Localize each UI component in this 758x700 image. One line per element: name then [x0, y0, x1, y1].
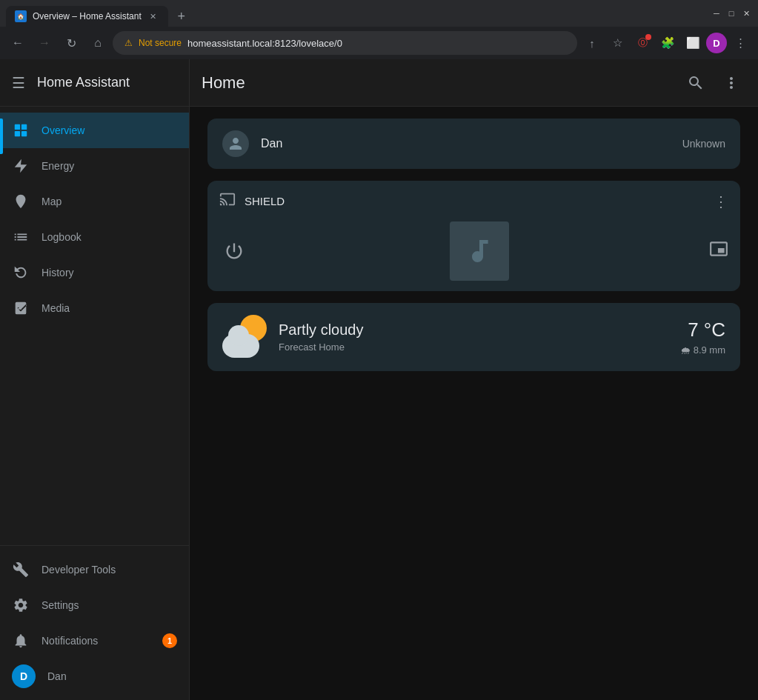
- svg-marker-4: [15, 159, 27, 173]
- sidebar-item-user[interactable]: D Dan: [0, 659, 189, 694]
- menu-icon[interactable]: ⋮: [728, 31, 752, 55]
- media-nav-icon: [12, 299, 30, 317]
- window-controls: ─ □ ✕: [711, 7, 752, 19]
- extension-icon[interactable]: ⓪: [631, 31, 654, 55]
- url-text: homeassistant.local:8123/lovelace/0: [187, 38, 342, 49]
- media-card: SHIELD ⋮: [207, 181, 740, 291]
- profile-avatar[interactable]: D: [706, 33, 727, 53]
- settings-label: Settings: [41, 599, 79, 611]
- sidebar: ☰ Home Assistant Overview Energy: [0, 59, 190, 700]
- address-input[interactable]: ⚠ Not secure homeassistant.local:8123/lo…: [113, 31, 577, 55]
- sidebar-item-energy[interactable]: Energy: [0, 148, 189, 184]
- app-container: ☰ Home Assistant Overview Energy: [0, 59, 758, 700]
- active-indicator: [0, 119, 3, 154]
- refresh-button[interactable]: ↻: [59, 31, 83, 55]
- not-secure-label: Not secure: [139, 38, 182, 48]
- user-avatar: D: [12, 664, 36, 688]
- home-button[interactable]: ⌂: [86, 31, 110, 55]
- sidebar-item-map[interactable]: Map: [0, 184, 189, 219]
- weather-right: 7 °C 🌧 8.9 mm: [680, 319, 725, 356]
- overview-icon: [12, 121, 30, 139]
- header-actions: [681, 68, 746, 98]
- logbook-label: Logbook: [41, 231, 82, 243]
- tab-bar: 🏠 Overview – Home Assistant ✕ +: [6, 0, 708, 27]
- tab-title: Overview – Home Assistant: [33, 11, 142, 21]
- main-header: Home: [190, 59, 758, 107]
- minimize-button[interactable]: ─: [711, 7, 722, 19]
- media-body: [207, 219, 740, 291]
- sidebar-header: ☰ Home Assistant: [0, 59, 189, 107]
- main-content: Home Dan Unknown: [190, 59, 758, 700]
- maximize-button[interactable]: □: [725, 7, 737, 19]
- bookmark-icon[interactable]: ☆: [605, 31, 629, 55]
- media-thumbnail: [450, 221, 509, 281]
- tab-favicon: 🏠: [15, 10, 27, 22]
- tab-close-button[interactable]: ✕: [147, 10, 159, 22]
- settings-icon: [12, 596, 30, 614]
- sidebar-item-developer-tools[interactable]: Developer Tools: [0, 552, 189, 587]
- precip-value: 8.9 mm: [694, 344, 725, 356]
- sidebar-item-logbook[interactable]: Logbook: [0, 219, 189, 255]
- energy-icon: [12, 157, 30, 175]
- sidebar-nav: Overview Energy Map Logboo: [0, 107, 189, 545]
- energy-label: Energy: [41, 160, 74, 172]
- hamburger-menu[interactable]: ☰: [12, 74, 25, 92]
- media-device-name: SHIELD: [245, 195, 705, 207]
- page-title: Home: [202, 73, 245, 93]
- more-options-button[interactable]: [717, 68, 746, 98]
- person-avatar: [222, 130, 249, 157]
- map-icon: [12, 193, 30, 210]
- history-icon: [12, 264, 30, 281]
- notifications-icon: [12, 632, 30, 650]
- weather-card[interactable]: Partly cloudy Forecast Home 7 °C 🌧 8.9 m…: [207, 303, 740, 371]
- media-header: SHIELD ⋮: [207, 181, 740, 219]
- notifications-label: Notifications: [41, 635, 98, 647]
- browser-chrome: 🏠 Overview – Home Assistant ✕ + ─ □ ✕ ← …: [0, 0, 758, 59]
- media-controls: [219, 236, 249, 266]
- lock-icon: ⚠: [124, 38, 133, 48]
- share-icon[interactable]: ↑: [580, 31, 604, 55]
- person-status: Unknown: [682, 138, 725, 150]
- weather-precipitation: 🌧 8.9 mm: [680, 344, 725, 356]
- weather-info: Partly cloudy Forecast Home: [279, 321, 668, 353]
- svg-rect-3: [21, 131, 27, 136]
- cloud-icon: [222, 334, 259, 358]
- weather-icon: [222, 315, 267, 359]
- sidebar-item-media[interactable]: Media: [0, 290, 189, 326]
- developer-tools-label: Developer Tools: [41, 564, 116, 576]
- new-tab-button[interactable]: +: [171, 6, 192, 27]
- sidebar-item-overview[interactable]: Overview: [0, 113, 189, 148]
- forward-button[interactable]: →: [33, 31, 56, 55]
- close-button[interactable]: ✕: [740, 7, 752, 19]
- split-icon[interactable]: ⬜: [681, 31, 705, 55]
- rain-icon: 🌧: [680, 344, 691, 356]
- toolbar-icons: ↑ ☆ ⓪ 🧩 ⬜ D ⋮: [580, 31, 752, 55]
- extensions-icon[interactable]: 🧩: [656, 31, 679, 55]
- sidebar-item-settings[interactable]: Settings: [0, 587, 189, 623]
- svg-rect-2: [15, 131, 20, 136]
- cast-icon: [219, 191, 236, 211]
- weather-condition: Partly cloudy: [279, 321, 668, 339]
- pip-button[interactable]: [709, 239, 728, 263]
- notifications-badge: 1: [162, 633, 177, 648]
- person-name: Dan: [261, 137, 671, 150]
- person-card[interactable]: Dan Unknown: [207, 119, 740, 169]
- developer-tools-icon: [12, 561, 30, 579]
- active-tab[interactable]: 🏠 Overview – Home Assistant ✕: [6, 6, 168, 27]
- search-button[interactable]: [681, 68, 711, 98]
- map-label: Map: [41, 196, 61, 207]
- media-label: Media: [41, 302, 70, 314]
- sidebar-item-history[interactable]: History: [0, 255, 189, 290]
- logbook-icon: [12, 228, 30, 246]
- history-label: History: [41, 267, 74, 279]
- cards-area: Dan Unknown SHIELD ⋮: [190, 107, 758, 700]
- sidebar-item-notifications[interactable]: Notifications 1: [0, 623, 189, 659]
- back-button[interactable]: ←: [6, 31, 30, 55]
- power-button[interactable]: [219, 236, 249, 266]
- overview-label: Overview: [41, 124, 84, 136]
- user-name: Dan: [47, 670, 67, 682]
- title-bar: 🏠 Overview – Home Assistant ✕ + ─ □ ✕: [0, 0, 758, 27]
- media-more-button[interactable]: ⋮: [714, 193, 728, 210]
- sidebar-bottom: Developer Tools Settings Notifications 1…: [0, 545, 189, 700]
- weather-temperature: 7 °C: [680, 319, 725, 341]
